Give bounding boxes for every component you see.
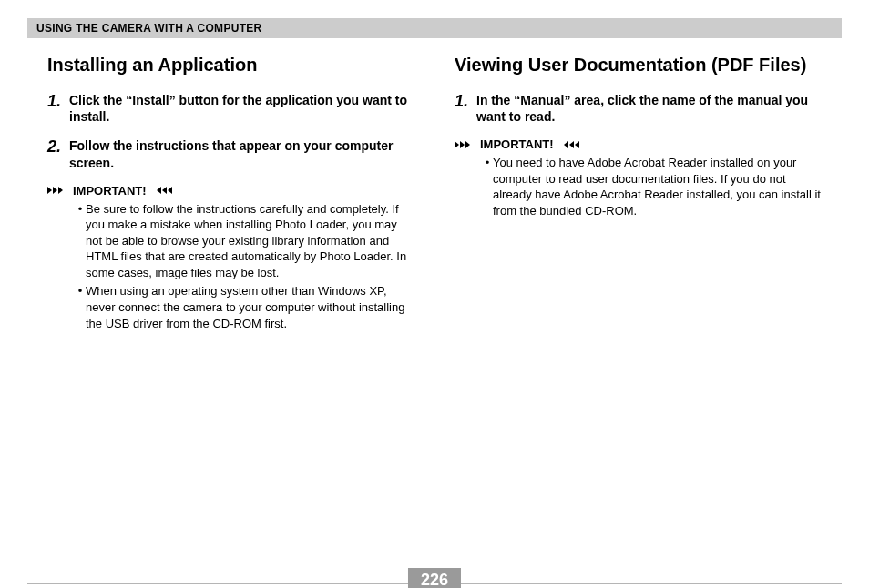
chapter-title: USING THE CAMERA WITH A COMPUTER — [36, 22, 262, 35]
important-list: Be sure to follow the instructions caref… — [47, 201, 414, 331]
page-footer: 226 — [27, 568, 842, 570]
important-heading: IMPORTANT! — [47, 184, 414, 198]
arrows-right-icon — [455, 139, 475, 150]
important-label: IMPORTANT! — [67, 184, 152, 198]
manual-page: USING THE CAMERA WITH A COMPUTER Install… — [0, 0, 869, 588]
page-number: 226 — [408, 568, 461, 588]
right-section-title: Viewing User Documentation (PDF Files) — [455, 55, 822, 76]
left-column: Installing an Application 1 Click the “I… — [27, 55, 434, 519]
chapter-title-bar: USING THE CAMERA WITH A COMPUTER — [27, 18, 842, 38]
important-list: You need to have Adobe Acrobat Reader in… — [455, 155, 822, 218]
step-item: 2 Follow the instructions that appear on… — [47, 137, 414, 170]
important-label: IMPORTANT! — [475, 137, 559, 151]
left-section-title: Installing an Application — [47, 55, 414, 76]
step-item: 1 In the “Manual” area, click the name o… — [455, 92, 822, 125]
step-text: Click the “Install” button for the appli… — [69, 92, 414, 125]
important-item: When using an operating system other tha… — [86, 283, 414, 331]
important-item: You need to have Adobe Acrobat Reader in… — [493, 155, 822, 218]
important-heading: IMPORTANT! — [455, 137, 822, 151]
right-column: Viewing User Documentation (PDF Files) 1… — [434, 55, 842, 519]
step-text: In the “Manual” area, click the name of … — [476, 92, 822, 125]
arrows-right-icon — [47, 185, 67, 196]
step-number: 1 — [455, 92, 476, 111]
arrows-left-icon — [559, 139, 579, 150]
step-item: 1 Click the “Install” button for the app… — [47, 92, 414, 125]
step-number: 1 — [47, 92, 69, 111]
arrows-left-icon — [152, 185, 172, 196]
step-number: 2 — [47, 137, 69, 157]
important-item: Be sure to follow the instructions caref… — [86, 201, 414, 281]
two-column-layout: Installing an Application 1 Click the “I… — [27, 55, 842, 519]
step-text: Follow the instructions that appear on y… — [69, 137, 414, 170]
